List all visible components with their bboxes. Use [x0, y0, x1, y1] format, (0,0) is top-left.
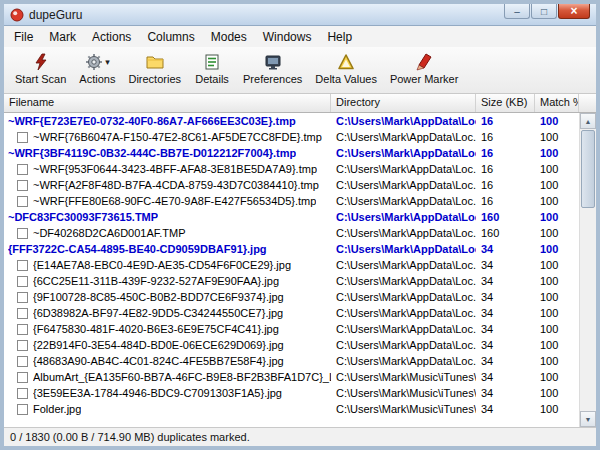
duplicate-file-row[interactable]: {6CC25E11-311B-439F-9232-527AF9E90FAA}.j… — [4, 273, 579, 289]
cell-match: 100 — [535, 129, 579, 145]
filename-text: ~WRF{3BF4119C-0B32-444C-BB7E-D012212F700… — [8, 145, 296, 161]
cell-match: 100 — [535, 193, 579, 209]
menu-file[interactable]: File — [6, 28, 41, 46]
duplicate-file-row[interactable]: {9F100728-8C85-450C-B0B2-BDD7CE6F9374}.j… — [4, 289, 579, 305]
filename-text: AlbumArt_{EA135F60-BB7A-46FC-B9E8-BF2B3B… — [33, 369, 331, 385]
mark-checkbox[interactable] — [17, 388, 28, 399]
column-header-match[interactable]: Match % — [535, 94, 579, 112]
column-header-filename[interactable]: Filename — [4, 94, 331, 112]
column-header-directory[interactable]: Directory — [331, 94, 476, 112]
menu-mark[interactable]: Mark — [41, 28, 84, 46]
window-title: dupeGuru — [29, 8, 82, 22]
cell-match: 100 — [535, 257, 579, 273]
duplicate-file-row[interactable]: ~WRF{A2F8F48D-B7FA-4CDA-8759-43D7C038441… — [4, 177, 579, 193]
mark-checkbox[interactable] — [17, 164, 28, 175]
preferences-icon — [264, 52, 282, 72]
minimize-button[interactable]: – — [504, 4, 530, 19]
cell-size: 16 — [476, 193, 535, 209]
menu-modes[interactable]: Modes — [203, 28, 255, 46]
duplicate-file-row[interactable]: ~WRF{FFE80E68-90FC-4E70-9A8F-E427F56534D… — [4, 193, 579, 209]
duplicate-file-row[interactable]: ~WRF{953F0644-3423-4BFF-AFA8-3E81BE5DA7A… — [4, 161, 579, 177]
duplicate-file-row[interactable]: {F6475830-481F-4020-B6E3-6E9E75CF4C41}.j… — [4, 321, 579, 337]
cell-filename: ~WRF{A2F8F48D-B7FA-4CDA-8759-43D7C038441… — [4, 177, 331, 193]
scroll-down-arrow[interactable]: ▼ — [580, 411, 596, 427]
start-scan-button[interactable]: Start Scan — [10, 50, 71, 87]
duplicate-file-row[interactable]: ~DF40268D2CA6D001AF.TMPC:\Users\Mark\App… — [4, 225, 579, 241]
duplicate-file-row[interactable]: {6D38982A-BF97-4E82-9DD5-C34244550CE7}.j… — [4, 305, 579, 321]
filename-text: {9F100728-8C85-450C-B0B2-BDD7CE6F9374}.j… — [33, 289, 284, 305]
mark-checkbox[interactable] — [17, 276, 28, 287]
details-button[interactable]: Details — [189, 50, 235, 87]
cell-directory: C:\Users\Mark\AppData\Loc... — [331, 289, 476, 305]
duplicate-file-row[interactable]: Folder.jpgC:\Users\Mark\Music\iTunes\i..… — [4, 401, 579, 417]
app-icon — [10, 8, 24, 22]
cell-filename: ~DF40268D2CA6D001AF.TMP — [4, 225, 331, 241]
column-header-size[interactable]: Size (KB) — [476, 94, 535, 112]
vertical-scrollbar[interactable]: ▲ ▼ — [579, 113, 596, 427]
mark-checkbox[interactable] — [17, 292, 28, 303]
mark-checkbox[interactable] — [17, 132, 28, 143]
cell-filename: {6CC25E11-311B-439F-9232-527AF9E90FAA}.j… — [4, 273, 331, 289]
cell-match: 100 — [535, 241, 579, 257]
actions-button[interactable]: ▾ Actions — [74, 50, 120, 87]
mark-checkbox[interactable] — [17, 372, 28, 383]
menu-windows[interactable]: Windows — [255, 28, 320, 46]
cell-filename: ~WRF{953F0644-3423-4BFF-AFA8-3E81BE5DA7A… — [4, 161, 331, 177]
cell-directory: C:\Users\Mark\AppData\Loc... — [331, 337, 476, 353]
duplicate-file-row[interactable]: {22B914F0-3E54-484D-BD0E-06ECE629D069}.j… — [4, 337, 579, 353]
filename-text: {6CC25E11-311B-439F-9232-527AF9E90FAA}.j… — [33, 273, 279, 289]
mark-checkbox[interactable] — [17, 228, 28, 239]
close-button[interactable]: × — [558, 4, 590, 19]
cell-filename: ~WRF{3BF4119C-0B32-444C-BB7E-D012212F700… — [4, 145, 331, 161]
mark-checkbox[interactable] — [17, 180, 28, 191]
cell-directory: C:\Users\Mark\AppData\Loc... — [331, 145, 476, 161]
menu-actions[interactable]: Actions — [84, 28, 139, 46]
filename-text: ~WRF{E723E7E0-0732-40F0-86A7-AF666EE3C03… — [8, 113, 296, 129]
power-marker-icon — [415, 52, 433, 72]
cell-filename: ~WRF{E723E7E0-0732-40F0-86A7-AF666EE3C03… — [4, 113, 331, 129]
menu-columns[interactable]: Columns — [139, 28, 202, 46]
cell-filename: {22B914F0-3E54-484D-BD0E-06ECE629D069}.j… — [4, 337, 331, 353]
power-marker-button[interactable]: Power Marker — [385, 50, 463, 87]
cell-size: 34 — [476, 401, 535, 417]
menu-help[interactable]: Help — [319, 28, 360, 46]
duplicate-file-row[interactable]: ~WRF{76B6047A-F150-47E2-8C61-AF5DE7CC8FD… — [4, 129, 579, 145]
duplicate-group-row[interactable]: ~WRF{E723E7E0-0732-40F0-86A7-AF666EE3C03… — [4, 113, 579, 129]
mark-checkbox[interactable] — [17, 404, 28, 415]
title-bar[interactable]: dupeGuru – □ × — [4, 4, 596, 26]
preferences-button[interactable]: Preferences — [238, 50, 307, 87]
mark-checkbox[interactable] — [17, 308, 28, 319]
maximize-button[interactable]: □ — [531, 4, 557, 19]
mark-checkbox[interactable] — [17, 260, 28, 271]
duplicate-file-row[interactable]: AlbumArt_{EA135F60-BB7A-46FC-B9E8-BF2B3B… — [4, 369, 579, 385]
power-marker-label: Power Marker — [390, 73, 458, 85]
mark-checkbox[interactable] — [17, 196, 28, 207]
mark-checkbox[interactable] — [17, 356, 28, 367]
mark-checkbox[interactable] — [17, 340, 28, 351]
results-table: ~WRF{E723E7E0-0732-40F0-86A7-AF666EE3C03… — [4, 113, 596, 427]
delta-values-button[interactable]: Delta Values — [310, 50, 382, 87]
duplicate-group-row[interactable]: ~DFC83FC30093F73615.TMPC:\Users\Mark\App… — [4, 209, 579, 225]
cell-match: 100 — [535, 161, 579, 177]
duplicate-group-row[interactable]: {FFF3722C-CA54-4895-BE40-CD9059DBAF91}.j… — [4, 241, 579, 257]
cell-directory: C:\Users\Mark\AppData\Loc... — [331, 273, 476, 289]
cell-filename: ~WRF{FFE80E68-90FC-4E70-9A8F-E427F56534D… — [4, 193, 331, 209]
cell-match: 100 — [535, 209, 579, 225]
mark-checkbox[interactable] — [17, 324, 28, 335]
scrollbar-thumb[interactable] — [581, 130, 595, 208]
duplicate-file-row[interactable]: {3E59EE3A-1784-4946-BDC9-C7091303F1A5}.j… — [4, 385, 579, 401]
duplicate-file-row[interactable]: {48683A90-AB4C-4C01-824C-4FE5BB7E58F4}.j… — [4, 353, 579, 369]
duplicate-group-row[interactable]: ~WRF{3BF4119C-0B32-444C-BB7E-D012212F700… — [4, 145, 579, 161]
cell-directory: C:\Users\Mark\AppData\Loc... — [331, 209, 476, 225]
directories-button[interactable]: Directories — [123, 50, 186, 87]
filename-text: {3E59EE3A-1784-4946-BDC9-C7091303F1A5}.j… — [33, 385, 282, 401]
directories-folder-icon — [146, 52, 164, 72]
duplicate-file-row[interactable]: {E14AE7A8-EBC0-4E9D-AE35-CD54F6F0CE29}.j… — [4, 257, 579, 273]
scroll-up-arrow[interactable]: ▲ — [580, 113, 596, 129]
cell-directory: C:\Users\Mark\Music\iTunes\i... — [331, 401, 476, 417]
table-header: Filename Directory Size (KB) Match % — [4, 94, 596, 113]
cell-filename: {FFF3722C-CA54-4895-BE40-CD9059DBAF91}.j… — [4, 241, 331, 257]
delta-values-label: Delta Values — [315, 73, 377, 85]
cell-size: 34 — [476, 385, 535, 401]
filename-text: {FFF3722C-CA54-4895-BE40-CD9059DBAF91}.j… — [8, 241, 267, 257]
